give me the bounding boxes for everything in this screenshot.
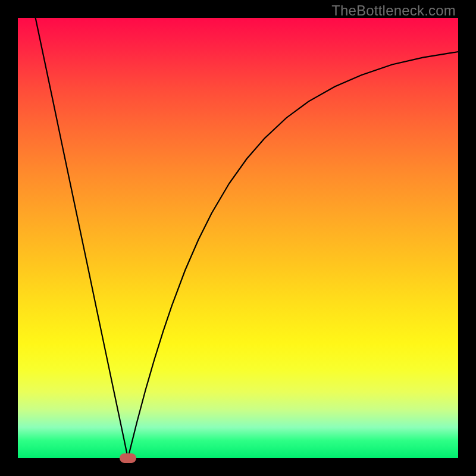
curve-right-branch (128, 52, 458, 458)
plot-area (18, 18, 458, 458)
chart-frame: TheBottleneck.com (0, 0, 476, 476)
curve-left-branch (36, 18, 128, 458)
minimum-marker (120, 453, 136, 463)
curve-overlay (18, 18, 458, 458)
watermark-text: TheBottleneck.com (331, 2, 456, 19)
